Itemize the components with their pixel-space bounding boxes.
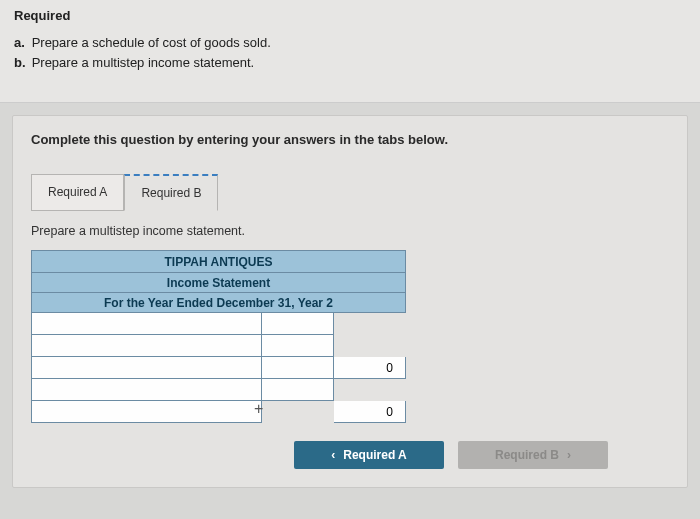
tab-required-a[interactable]: Required A [31,174,124,211]
row-label-input[interactable] [33,358,260,377]
item-letter: a. [14,33,28,53]
sheet-title: Income Statement [32,273,406,293]
row-amount2-empty [334,313,406,335]
prev-tab-label: Required A [343,448,407,462]
row-label-cell[interactable] [32,357,262,379]
requirements-header: Required a. Prepare a schedule of cost o… [0,0,700,103]
tab-strip: Required A Required B [31,173,669,210]
income-statement-worksheet: TIPPAH ANTIQUES Income Statement For the… [31,250,406,423]
row-amount2-empty [334,335,406,357]
row-amount2-cell[interactable] [334,357,406,379]
row-amount1-cell[interactable] [262,357,334,379]
tab-description: Prepare a multistep income statement. [31,224,669,238]
row-label-cell[interactable] [32,313,262,335]
item-text: Prepare a multistep income statement. [32,55,255,70]
next-tab-button: Required B › [458,441,608,469]
row-amount1-cell[interactable] [262,335,334,357]
tab-required-b[interactable]: Required B [124,174,218,211]
row-amount1-empty [262,401,334,423]
row-amount2-empty [334,379,406,401]
required-title: Required [14,8,686,23]
row-label-input[interactable] [33,402,260,421]
table-row [32,401,406,423]
table-row [32,313,406,335]
chevron-right-icon: › [567,448,571,462]
row-label-input[interactable] [33,380,260,399]
sheet-company: TIPPAH ANTIQUES [32,251,406,273]
required-item-b: b. Prepare a multistep income statement. [14,53,686,73]
table-row [32,357,406,379]
row-label-cell[interactable] [32,401,262,423]
chevron-left-icon: ‹ [331,448,335,462]
required-item-a: a. Prepare a schedule of cost of goods s… [14,33,686,53]
row-amount1-cell[interactable] [262,379,334,401]
prev-tab-button[interactable]: ‹ Required A [294,441,444,469]
next-tab-label: Required B [495,448,559,462]
table-row [32,379,406,401]
tab-nav-bar: ‹ Required A Required B › [261,441,641,469]
row-label-input[interactable] [33,336,260,355]
row-amount2-cell[interactable] [334,401,406,423]
item-text: Prepare a schedule of cost of goods sold… [32,35,271,50]
row-label-cell[interactable] [32,379,262,401]
row-amount1-input[interactable] [263,336,327,355]
row-label-input[interactable] [33,314,260,333]
item-letter: b. [14,53,28,73]
table-row [32,335,406,357]
row-amount1-input[interactable] [263,380,327,399]
row-amount2-input[interactable] [335,358,399,377]
row-amount2-input[interactable] [335,402,399,421]
sheet-period: For the Year Ended December 31, Year 2 [32,293,406,313]
panel-instruction: Complete this question by entering your … [31,132,669,147]
row-label-cell[interactable] [32,335,262,357]
row-amount1-input[interactable] [263,314,327,333]
row-amount1-cell[interactable] [262,313,334,335]
row-amount1-input[interactable] [263,358,327,377]
answer-panel: Complete this question by entering your … [12,115,688,488]
required-list: a. Prepare a schedule of cost of goods s… [14,33,686,72]
